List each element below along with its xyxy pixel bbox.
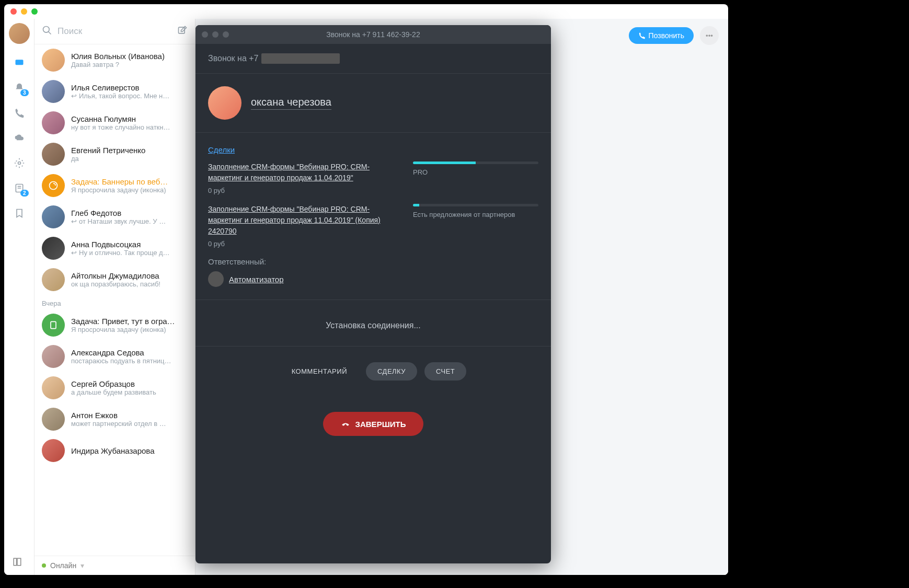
window-close-button[interactable] — [10, 8, 17, 15]
contact-item[interactable]: Антон Ежковможет партнерский отдел в … — [34, 403, 195, 435]
chevron-down-icon: ▾ — [80, 561, 84, 570]
contact-name: Анна Подвысоцкая — [71, 240, 188, 249]
search-input[interactable] — [57, 26, 172, 37]
deal-item: Заполнение CRM-формы "Вебинар PRO: CRM-м… — [208, 204, 538, 248]
deal-button[interactable]: СДЕЛКУ — [366, 362, 417, 381]
contact-avatar — [42, 408, 65, 431]
deal-price: 0 руб — [208, 187, 400, 194]
contact-name: Сусанна Гюлумян — [71, 114, 188, 123]
deal-link[interactable]: Заполнение CRM-формы "Вебинар PRO: CRM-м… — [208, 205, 381, 235]
contact-subtitle: Я просрочила задачу (иконка) — [71, 326, 188, 333]
responsible-avatar[interactable] — [208, 271, 224, 287]
contact-subtitle: Давай завтра ? — [71, 61, 188, 68]
contact-avatar — [42, 439, 65, 462]
call-window-title: Звонок на +7 911 462-39-22 — [326, 30, 420, 39]
contact-avatar — [42, 174, 65, 197]
responsible-row: Автоматизатор — [208, 271, 538, 287]
footer-collapse-icon[interactable] — [13, 557, 22, 569]
caller-avatar[interactable] — [208, 86, 241, 120]
notifications-icon[interactable]: 3 — [13, 82, 26, 94]
contact-item[interactable]: Индира Жубаназарова — [34, 435, 195, 466]
contact-item[interactable]: Евгений Петриченкода — [34, 139, 195, 170]
deal-stage: Есть предложения от партнеров — [413, 211, 538, 218]
contact-subtitle: да — [71, 155, 188, 163]
call-header-prefix: Звонок на +7 — [208, 54, 258, 63]
contact-item[interactable]: Айтолкын Джумадиловаок ща поразбираюсь, … — [34, 264, 195, 295]
deal-link[interactable]: Заполнение CRM-формы "Вебинар PRO: CRM-м… — [208, 163, 370, 182]
cloud-icon[interactable] — [13, 132, 26, 144]
contact-item[interactable]: Александра Седовапостараюсь подуать в пя… — [34, 341, 195, 372]
contact-avatar — [42, 111, 65, 134]
contact-name: Евгений Петриченко — [71, 146, 188, 155]
contact-item[interactable]: Анна Подвысоцкая↩Ну и отлично. Так проще… — [34, 233, 195, 264]
deal-progress — [413, 162, 538, 164]
deals-section: Сделки Заполнение CRM-формы "Вебинар PRO… — [195, 133, 551, 300]
status-bar[interactable]: Онлайн ▾ — [34, 556, 195, 575]
deal-price: 0 руб — [208, 240, 400, 248]
window-maximize-button[interactable] — [31, 8, 38, 15]
right-top-bar: Позвонить ••• — [629, 26, 719, 45]
svg-point-3 — [43, 27, 50, 33]
call-window-controls[interactable] — [202, 31, 229, 38]
contact-avatar — [42, 205, 65, 228]
contact-avatar — [42, 80, 65, 103]
deal-item: Заполнение CRM-формы "Вебинар PRO: CRM-м… — [208, 162, 538, 194]
contact-item[interactable]: Глеб Федотов↩от Наташи звук лучше. У … — [34, 201, 195, 233]
svg-rect-7 — [14, 558, 16, 566]
comment-button[interactable]: КОММЕНТАРИЙ — [280, 362, 359, 381]
reply-icon: ↩ — [71, 249, 77, 257]
contact-avatar — [42, 49, 65, 72]
contact-name: Илья Селиверстов — [71, 83, 188, 92]
status-dot — [42, 563, 46, 568]
calls-icon[interactable] — [13, 107, 26, 119]
contact-item[interactable]: Илья Селиверстов↩Илья, такой вопрос. Мне… — [34, 76, 195, 107]
connecting-status: Установка соединения... — [195, 300, 551, 347]
end-call-row: ЗАВЕРШИТЬ — [195, 396, 551, 446]
contact-name: Задача: Привет, тут в огра… — [71, 317, 188, 326]
invoice-button[interactable]: СЧЕТ — [424, 362, 466, 381]
contact-list[interactable]: Юлия Вольных (Иванова)Давай завтра ?Илья… — [34, 44, 195, 556]
contact-subtitle: ок ща поразбираюсь, пасиб! — [71, 280, 188, 288]
user-avatar[interactable] — [9, 23, 30, 44]
contact-subtitle: Я просрочила задачу (иконка) — [71, 186, 188, 194]
contact-avatar — [42, 376, 65, 399]
end-call-label: ЗАВЕРШИТЬ — [355, 420, 406, 429]
contact-subtitle: ну вот я тоже случайно наткн… — [71, 123, 188, 131]
contact-subtitle: ↩Ну и отлично. Так проще д… — [71, 249, 188, 257]
contact-subtitle: может партнерский отдел в … — [71, 420, 188, 428]
section-label: Вчера — [34, 295, 195, 309]
contact-item[interactable]: Сусанна Гюлумянну вот я тоже случайно на… — [34, 107, 195, 139]
contact-subtitle: а дальше будем развивать — [71, 388, 188, 396]
contact-name: Александра Седова — [71, 348, 188, 357]
phone-icon — [638, 32, 646, 39]
compose-icon[interactable] — [177, 25, 188, 38]
hangup-icon — [341, 419, 350, 429]
window-minimize-button[interactable] — [21, 8, 27, 15]
notes-icon[interactable]: 2 — [13, 182, 26, 194]
contact-item[interactable]: Задача: Баннеры по веб…Я просрочила зада… — [34, 170, 195, 201]
contact-subtitle: ↩Илья, такой вопрос. Мне н… — [71, 92, 188, 100]
settings-icon[interactable] — [13, 157, 26, 169]
svg-point-5 — [50, 182, 57, 190]
search-icon — [42, 25, 52, 38]
contact-item[interactable]: Сергей Образцова дальше будем развивать — [34, 372, 195, 403]
contact-avatar — [42, 345, 65, 368]
more-button[interactable]: ••• — [700, 26, 719, 45]
end-call-button[interactable]: ЗАВЕРШИТЬ — [323, 412, 424, 436]
call-titlebar: Звонок на +7 911 462-39-22 — [195, 25, 551, 44]
chat-icon[interactable] — [13, 56, 26, 69]
contact-name: Задача: Баннеры по веб… — [71, 177, 188, 186]
contact-item[interactable]: Юлия Вольных (Иванова)Давай завтра ? — [34, 44, 195, 76]
caller-name[interactable]: оксана черезова — [251, 96, 331, 110]
bookmark-icon[interactable] — [13, 207, 26, 220]
responsible-name-link[interactable]: Автоматизатор — [229, 275, 284, 284]
redacted-number — [261, 53, 340, 64]
deals-title-link[interactable]: Сделки — [208, 145, 235, 154]
search-row — [34, 19, 195, 44]
caller-section: оксана черезова — [195, 74, 551, 133]
contact-item[interactable]: Задача: Привет, тут в огра…Я просрочила … — [34, 309, 195, 341]
svg-point-1 — [18, 162, 20, 165]
contact-subtitle: постараюсь подуать в пятниц… — [71, 357, 188, 365]
call-button[interactable]: Позвонить — [629, 27, 694, 44]
svg-rect-0 — [15, 60, 23, 65]
